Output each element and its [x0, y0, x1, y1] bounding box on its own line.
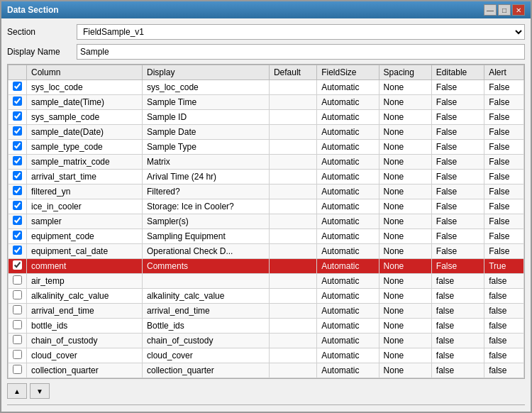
row-default	[269, 110, 316, 125]
row-checkbox[interactable]	[13, 216, 22, 225]
close-button[interactable]: ✕	[512, 4, 525, 16]
window-title: Data Section	[7, 5, 59, 15]
row-checkbox[interactable]	[13, 365, 22, 374]
table-header-row: Column Display Default FieldSize Spacing…	[9, 65, 524, 80]
row-checkbox-cell	[9, 110, 27, 125]
row-spacing: None	[379, 155, 431, 170]
table-row[interactable]: sys_sample_codeSample IDAutomaticNoneFal…	[9, 110, 524, 125]
row-checkbox[interactable]	[13, 350, 22, 359]
row-editable: False	[431, 95, 484, 110]
table-wrapper[interactable]: Column Display Default FieldSize Spacing…	[8, 65, 524, 378]
row-fieldsize: Automatic	[317, 289, 379, 304]
row-checkbox[interactable]	[13, 246, 22, 255]
table-row[interactable]: sample_matrix_codeMatrixAutomaticNoneFal…	[9, 155, 524, 170]
row-checkbox-cell	[9, 155, 27, 170]
row-display: arrival_end_time	[143, 304, 270, 319]
row-checkbox-cell	[9, 274, 27, 289]
table-row[interactable]: air_tempAutomaticNonefalsefalse	[9, 274, 524, 289]
row-checkbox[interactable]	[13, 111, 22, 121]
table-row[interactable]: sample_date(Date)Sample DateAutomaticNon…	[9, 125, 524, 140]
table-row[interactable]: chain_of_custodychain_of_custodyAutomati…	[9, 334, 524, 348]
maximize-button[interactable]: □	[498, 4, 511, 16]
row-spacing: None	[379, 110, 431, 125]
table-row[interactable]: ice_in_coolerStorage: Ice in Cooler?Auto…	[9, 199, 524, 214]
up-down-controls: ▲ ▼	[7, 383, 525, 399]
row-column: equipment_cal_date	[27, 244, 143, 259]
row-checkbox[interactable]	[13, 141, 22, 150]
row-checkbox[interactable]	[13, 201, 22, 210]
row-checkbox[interactable]	[13, 290, 22, 299]
row-column: comment	[27, 259, 143, 274]
row-spacing: None	[379, 289, 431, 304]
row-checkbox[interactable]	[13, 260, 22, 270]
row-checkbox-cell	[9, 170, 27, 185]
data-table: Column Display Default FieldSize Spacing…	[8, 65, 524, 378]
row-checkbox[interactable]	[13, 275, 22, 285]
col-header-default: Default	[269, 65, 316, 80]
row-display: Bottle_ids	[143, 319, 270, 334]
table-row[interactable]: equipment_codeSampling EquipmentAutomati…	[9, 229, 524, 244]
table-row[interactable]: collection_quartercollection_quarterAuto…	[9, 363, 524, 378]
row-checkbox[interactable]	[13, 156, 22, 165]
row-display: collection_quarter	[143, 363, 270, 378]
table-row[interactable]: samplerSampler(s)AutomaticNoneFalseFalse	[9, 214, 524, 229]
row-fieldsize: Automatic	[317, 95, 379, 110]
table-row[interactable]: alkalinity_calc_valuealkalinity_calc_val…	[9, 289, 524, 304]
table-row[interactable]: arrival_start_timeArival Time (24 hr)Aut…	[9, 170, 524, 185]
col-header-spacing: Spacing	[379, 65, 431, 80]
row-editable: False	[431, 214, 484, 229]
row-spacing: None	[379, 244, 431, 259]
table-row[interactable]: equipment_cal_dateOperational Check D...…	[9, 244, 524, 259]
display-name-input[interactable]	[77, 44, 525, 60]
table-row[interactable]: commentCommentsAutomaticNoneFalseTrue	[9, 259, 524, 274]
row-alert: False	[484, 155, 524, 170]
row-column: sys_loc_code	[27, 80, 143, 95]
table-row[interactable]: sample_date(Time)Sample TimeAutomaticNon…	[9, 95, 524, 110]
row-checkbox-cell	[9, 95, 27, 110]
row-checkbox[interactable]	[13, 231, 22, 240]
row-checkbox[interactable]	[13, 186, 22, 195]
row-checkbox[interactable]	[13, 82, 22, 91]
row-checkbox[interactable]	[13, 320, 22, 329]
row-default	[269, 95, 316, 110]
row-editable: False	[431, 199, 484, 214]
minimize-button[interactable]: —	[484, 4, 497, 16]
row-column: arrival_start_time	[27, 170, 143, 185]
table-row[interactable]: sample_type_codeSample TypeAutomaticNone…	[9, 140, 524, 155]
row-checkbox[interactable]	[13, 171, 22, 180]
window: Data Section — □ ✕ Section FieldSample_v…	[0, 0, 532, 413]
row-spacing: None	[379, 348, 431, 363]
row-spacing: None	[379, 334, 431, 348]
row-checkbox[interactable]	[13, 305, 22, 314]
row-fieldsize: Automatic	[317, 259, 379, 274]
row-default	[269, 244, 316, 259]
section-select[interactable]: FieldSample_v1	[77, 24, 525, 40]
row-alert: false	[484, 334, 524, 348]
row-checkbox-cell	[9, 319, 27, 334]
row-alert: False	[484, 229, 524, 244]
row-checkbox[interactable]	[13, 335, 22, 344]
row-checkbox-cell	[9, 140, 27, 155]
row-fieldsize: Automatic	[317, 348, 379, 363]
row-display: sys_loc_code	[143, 80, 270, 95]
row-fieldsize: Automatic	[317, 334, 379, 348]
row-display: Sample Date	[143, 125, 270, 140]
row-editable: false	[431, 304, 484, 319]
row-display: Sampling Equipment	[143, 229, 270, 244]
table-row[interactable]: filtered_ynFiltered?AutomaticNoneFalseFa…	[9, 185, 524, 199]
table-row[interactable]: arrival_end_timearrival_end_timeAutomati…	[9, 304, 524, 319]
move-down-button[interactable]: ▼	[30, 383, 50, 399]
row-editable: false	[431, 274, 484, 289]
table-row[interactable]: sys_loc_codesys_loc_codeAutomaticNoneFal…	[9, 80, 524, 95]
row-default	[269, 259, 316, 274]
row-column: filtered_yn	[27, 185, 143, 199]
row-checkbox[interactable]	[13, 97, 22, 106]
table-row[interactable]: bottle_idsBottle_idsAutomaticNonefalsefa…	[9, 319, 524, 334]
table-row[interactable]: cloud_covercloud_coverAutomaticNonefalse…	[9, 348, 524, 363]
row-column: sample_matrix_code	[27, 155, 143, 170]
move-up-button[interactable]: ▲	[7, 383, 27, 399]
row-default	[269, 170, 316, 185]
row-fieldsize: Automatic	[317, 304, 379, 319]
row-checkbox[interactable]	[13, 126, 22, 136]
row-spacing: None	[379, 229, 431, 244]
